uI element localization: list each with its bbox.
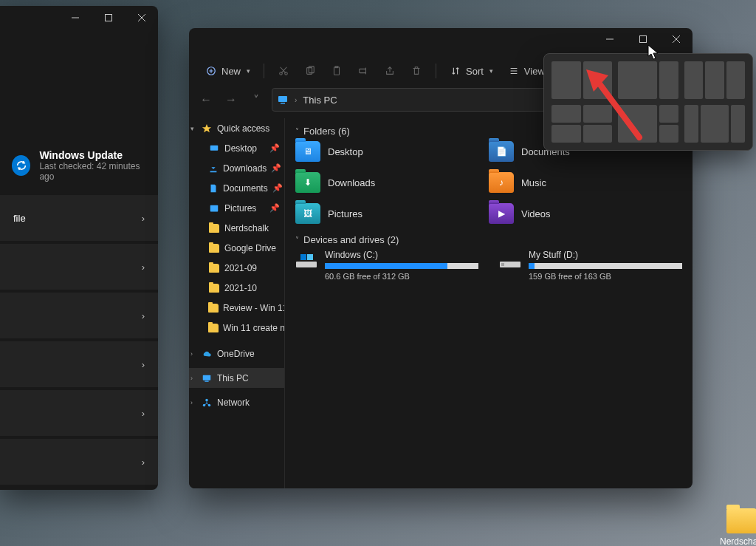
sidebar-item-folder[interactable]: Google Drive — [189, 238, 284, 258]
sort-button[interactable]: Sort ▾ — [444, 62, 499, 80]
folder-videos[interactable]: ▶Videos — [489, 203, 682, 224]
sidebar-item-folder[interactable]: Win 11 create new — [189, 318, 284, 338]
chevron-right-icon: › — [293, 96, 298, 104]
music-icon: ♪ — [499, 177, 504, 188]
sidebar-item-label: Quick access — [217, 123, 269, 134]
pin-icon: 📌 — [271, 163, 281, 173]
group-header-drives[interactable]: ˅Devices and drives (2) — [295, 234, 682, 245]
delete-button[interactable] — [405, 62, 428, 80]
svg-rect-38 — [307, 254, 313, 260]
sidebar-item-label: Documents — [223, 183, 268, 194]
sidebar-item-folder[interactable]: Review - Win 11 st — [189, 298, 284, 318]
sidebar-item-folder[interactable]: 2021-10 — [189, 278, 284, 298]
rename-icon — [357, 65, 369, 77]
back-button[interactable]: ← — [196, 93, 216, 106]
close-button[interactable] — [659, 28, 693, 50]
settings-list-item[interactable]: file› — [0, 195, 158, 241]
settings-list-item[interactable]: › — [0, 439, 158, 485]
drive-icon — [499, 250, 521, 269]
new-button[interactable]: New ▾ — [199, 62, 256, 80]
explorer-content: ˅Folders (6) 🖥Desktop 📄Documents ⬇Downlo… — [285, 118, 693, 488]
sidebar-item-label: Network — [217, 397, 250, 408]
network-icon — [201, 397, 213, 409]
settings-window: Windows Update Last checked: 42 minutes … — [0, 6, 158, 490]
settings-item-label: file — [13, 213, 26, 224]
separator — [264, 64, 264, 78]
settings-titlebar — [0, 6, 158, 35]
windows-update-row[interactable]: Windows Update Last checked: 42 minutes … — [0, 139, 158, 192]
pin-icon: 📌 — [269, 203, 280, 213]
address-location: This PC — [303, 95, 337, 106]
paste-button[interactable] — [325, 62, 348, 80]
share-button[interactable] — [378, 62, 402, 80]
svg-rect-5 — [639, 36, 646, 43]
svg-rect-37 — [300, 254, 306, 260]
windows-update-title: Windows Update — [39, 149, 146, 161]
folder-desktop[interactable]: 🖥Desktop — [295, 141, 489, 162]
sidebar-item-label: Downloads — [223, 163, 267, 174]
pin-icon: 📌 — [269, 143, 280, 153]
star-icon — [201, 123, 213, 134]
chevron-right-icon: › — [142, 408, 145, 419]
sort-icon — [450, 65, 461, 77]
explorer-sidebar: ▾ Quick access Desktop📌 Downloads📌 Docum… — [189, 118, 285, 488]
copy-icon — [304, 65, 316, 77]
folder-pictures[interactable]: 🖼Pictures — [295, 203, 489, 224]
folder-label: Videos — [521, 208, 551, 219]
chevron-down-icon: ˅ — [295, 127, 299, 135]
view-button-label: View — [524, 66, 545, 77]
folder-music[interactable]: ♪Music — [489, 172, 682, 193]
document-icon: 📄 — [496, 146, 507, 157]
folder-icon — [208, 302, 219, 314]
sidebar-item-folder[interactable]: 2021-09 — [189, 258, 284, 278]
group-header-label: Devices and drives (2) — [303, 234, 399, 245]
chevron-right-icon: › — [190, 399, 193, 406]
sidebar-item-desktop[interactable]: Desktop📌 — [189, 138, 284, 158]
svg-rect-31 — [203, 375, 211, 380]
svg-marker-28 — [202, 123, 211, 132]
trash-icon — [410, 65, 422, 77]
minimize-button[interactable] — [58, 6, 92, 30]
snap-layout-thirds[interactable] — [684, 61, 745, 99]
sidebar-item-pictures[interactable]: Pictures📌 — [189, 198, 284, 218]
svg-line-41 — [597, 80, 639, 137]
drive-free-label: 60.6 GB free of 312 GB — [325, 272, 478, 281]
settings-list-item[interactable]: › — [0, 244, 158, 290]
cut-button[interactable] — [272, 62, 295, 80]
snap-layout-center-wide[interactable] — [684, 105, 745, 143]
new-button-label: New — [221, 66, 241, 77]
sidebar-item-label: Win 11 create new — [223, 323, 285, 333]
cloud-icon — [201, 348, 213, 360]
plus-circle-icon — [205, 65, 217, 77]
sidebar-item-documents[interactable]: Documents📌 — [189, 178, 284, 198]
settings-list-item[interactable]: › — [0, 293, 158, 338]
up-button[interactable]: ˅ — [247, 93, 266, 107]
folder-icon — [208, 242, 220, 254]
sidebar-item-folder[interactable]: Nerdschalk — [189, 218, 284, 238]
settings-list-item[interactable]: › — [0, 390, 158, 436]
folder-downloads[interactable]: ⬇Downloads — [295, 172, 489, 193]
settings-list-item[interactable]: › — [0, 341, 158, 387]
copy-button[interactable] — [298, 62, 322, 80]
minimize-button[interactable] — [593, 28, 626, 50]
sidebar-item-label: Desktop — [224, 143, 257, 154]
sidebar-this-pc[interactable]: ›This PC — [189, 368, 284, 388]
sidebar-network[interactable]: ›Network — [189, 392, 284, 412]
chevron-right-icon: › — [142, 359, 145, 370]
drive-free-label: 159 GB free of 163 GB — [529, 272, 682, 281]
chevron-down-icon: ▾ — [247, 67, 250, 75]
close-button[interactable] — [125, 6, 158, 30]
folder-label: Music — [521, 177, 546, 188]
chevron-right-icon: › — [142, 213, 145, 224]
maximize-button[interactable] — [92, 6, 125, 30]
desktop-folder-nerdschalk[interactable]: Nerdschalk — [717, 508, 756, 546]
sidebar-quick-access[interactable]: ▾ Quick access — [189, 118, 284, 138]
sidebar-item-downloads[interactable]: Downloads📌 — [189, 158, 284, 178]
drive-c[interactable]: Windows (C:) 60.6 GB free of 312 GB — [295, 250, 478, 281]
drive-usage-bar — [529, 263, 682, 269]
rename-button[interactable] — [351, 62, 375, 80]
drive-d[interactable]: My Stuff (D:) 159 GB free of 163 GB — [499, 250, 682, 281]
sidebar-onedrive[interactable]: ›OneDrive — [189, 344, 284, 364]
drive-usage-bar — [325, 263, 478, 269]
forward-button[interactable]: → — [221, 93, 241, 106]
